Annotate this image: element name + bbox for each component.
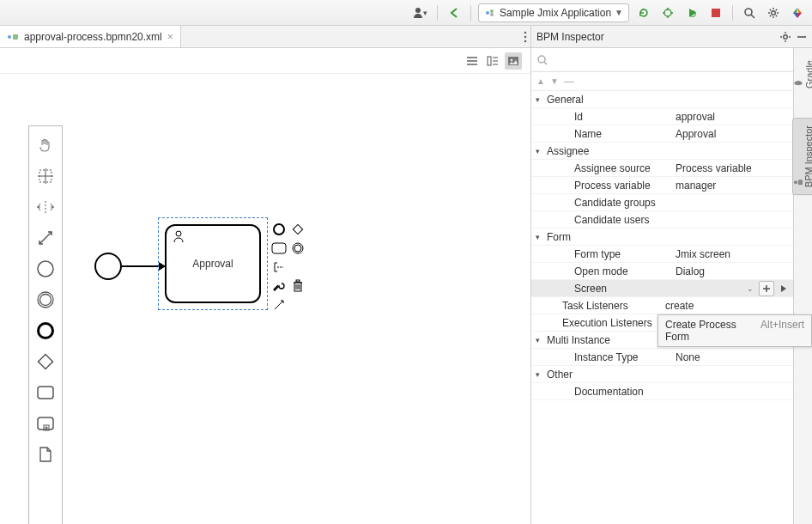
nav-remove-button[interactable]: — bbox=[564, 76, 574, 88]
svg-text:▾: ▾ bbox=[423, 9, 427, 17]
connect-tool-pad[interactable] bbox=[271, 297, 287, 313]
inspector-header: BPM Inspector bbox=[530, 26, 812, 47]
user-menu-button[interactable]: ▾ bbox=[411, 3, 430, 22]
ide-logo-button[interactable] bbox=[788, 3, 807, 22]
nav-down-button[interactable]: ▼ bbox=[550, 76, 559, 86]
svg-line-20 bbox=[776, 15, 777, 15]
svg-point-5 bbox=[664, 9, 671, 16]
settings-button[interactable] bbox=[764, 3, 783, 22]
screen-dropdown-chevron[interactable]: ⌄ bbox=[747, 284, 754, 293]
prop-assignee-source[interactable]: Assignee sourceProcess variable bbox=[531, 160, 793, 177]
view-split-button[interactable] bbox=[484, 52, 501, 70]
close-tab-button[interactable]: × bbox=[167, 31, 173, 43]
bpm-inspector-tool-button[interactable]: BPM Inspector bbox=[792, 118, 813, 195]
svg-point-14 bbox=[772, 10, 776, 15]
svg-line-19 bbox=[770, 9, 771, 9]
space-tool[interactable] bbox=[33, 194, 58, 220]
append-gateway[interactable] bbox=[290, 222, 306, 237]
prop-instance-type[interactable]: Instance TypeNone bbox=[531, 349, 793, 366]
view-diagram-button[interactable] bbox=[505, 52, 522, 70]
user-task-icon bbox=[172, 229, 185, 243]
nav-up-button[interactable]: ▲ bbox=[536, 76, 545, 86]
svg-point-25 bbox=[524, 31, 527, 34]
user-task-node[interactable]: Approval bbox=[165, 224, 261, 303]
svg-rect-37 bbox=[488, 57, 491, 65]
expand-icon: ▾ bbox=[531, 95, 543, 104]
separator bbox=[470, 5, 471, 21]
jmix-icon bbox=[484, 7, 496, 19]
bpmn-canvas[interactable]: Approval bbox=[0, 74, 530, 524]
file-tab[interactable]: approval-process.bpmn20.xml × bbox=[0, 26, 181, 47]
delete-tool[interactable] bbox=[290, 278, 306, 294]
prop-screen[interactable]: Screen ⌄ bbox=[531, 280, 793, 297]
annotation-tool[interactable] bbox=[271, 259, 287, 275]
inspector-search-input[interactable] bbox=[552, 54, 788, 66]
prop-id[interactable]: Idapproval bbox=[531, 108, 793, 125]
append-end-event[interactable] bbox=[271, 222, 287, 237]
subprocess-tool[interactable] bbox=[33, 411, 58, 436]
data-object-tool[interactable] bbox=[33, 442, 58, 467]
run-button[interactable] bbox=[682, 3, 701, 22]
svg-line-13 bbox=[751, 15, 754, 18]
task-label: Approval bbox=[192, 258, 233, 270]
prop-documentation[interactable]: Documentation bbox=[531, 383, 793, 400]
more-tabs-button[interactable] bbox=[524, 31, 527, 43]
search-everywhere-button[interactable] bbox=[740, 3, 759, 22]
group-other[interactable]: ▾Other bbox=[531, 366, 793, 383]
svg-point-42 bbox=[511, 58, 513, 61]
editor-area: Approval bbox=[0, 48, 530, 524]
task-tool[interactable] bbox=[33, 380, 58, 405]
lasso-tool[interactable] bbox=[33, 163, 58, 189]
gradle-tool-button[interactable]: Gradle bbox=[792, 53, 813, 95]
start-event-tool[interactable] bbox=[33, 256, 58, 282]
main-toolbar: ▾ Sample Jmix Application ▼ bbox=[0, 0, 812, 26]
append-task[interactable] bbox=[271, 241, 287, 256]
prop-candidate-groups[interactable]: Candidate groups bbox=[531, 194, 793, 211]
view-list-button[interactable] bbox=[464, 52, 481, 70]
gateway-tool[interactable] bbox=[33, 349, 58, 375]
svg-rect-59 bbox=[293, 224, 302, 234]
wrench-tool[interactable] bbox=[271, 278, 287, 294]
svg-point-49 bbox=[40, 295, 52, 306]
svg-point-26 bbox=[524, 35, 527, 38]
tooltip-create-process-form: Create Process Form Alt+Insert bbox=[657, 314, 812, 347]
group-assignee[interactable]: ▾Assignee bbox=[531, 143, 793, 160]
prop-name[interactable]: NameApproval bbox=[531, 125, 793, 143]
gradle-icon bbox=[792, 76, 804, 88]
property-list: ▾General Idapproval NameApproval ▾Assign… bbox=[531, 91, 793, 524]
stop-button[interactable] bbox=[706, 3, 725, 22]
run-configuration-dropdown[interactable]: Sample Jmix Application ▼ bbox=[478, 3, 629, 22]
debug-button[interactable] bbox=[658, 3, 677, 22]
back-button[interactable] bbox=[445, 3, 464, 22]
group-task-listeners[interactable]: Task Listenerscreate bbox=[531, 297, 793, 314]
goto-screen-button[interactable] bbox=[776, 281, 791, 296]
prop-open-mode[interactable]: Open modeDialog bbox=[531, 263, 793, 280]
group-general[interactable]: ▾General bbox=[531, 91, 793, 108]
add-screen-button[interactable] bbox=[759, 281, 774, 296]
append-intermediate-event[interactable] bbox=[290, 241, 306, 256]
end-event-tool[interactable] bbox=[33, 318, 58, 344]
prop-form-type[interactable]: Form typeJmix screen bbox=[531, 246, 793, 263]
element-palette bbox=[28, 125, 63, 524]
svg-point-74 bbox=[794, 180, 797, 184]
svg-rect-69 bbox=[296, 280, 300, 282]
tooltip-label: Create Process Form bbox=[665, 319, 754, 343]
run-config-label: Sample Jmix Application bbox=[500, 7, 611, 19]
expand-icon: ▾ bbox=[531, 147, 543, 155]
connect-tool[interactable] bbox=[33, 225, 58, 251]
right-tool-stripe: Gradle BPM Inspector bbox=[793, 48, 812, 524]
hand-tool[interactable] bbox=[33, 132, 58, 158]
intermediate-event-tool[interactable] bbox=[33, 287, 58, 313]
svg-rect-60 bbox=[272, 243, 286, 253]
inspector-minimize-button[interactable] bbox=[797, 32, 807, 42]
group-form[interactable]: ▾Form bbox=[531, 228, 793, 246]
prop-process-variable[interactable]: Process variablemanager bbox=[531, 177, 793, 194]
prop-candidate-users[interactable]: Candidate users bbox=[531, 211, 793, 228]
inspector-title: BPM Inspector bbox=[536, 31, 604, 43]
file-tab-label: approval-process.bpmn20.xml bbox=[24, 31, 162, 43]
inspector-settings-button[interactable] bbox=[779, 31, 791, 43]
reload-button[interactable] bbox=[634, 3, 653, 22]
context-pad bbox=[271, 222, 319, 313]
start-event-node[interactable] bbox=[94, 253, 122, 280]
expand-icon: ▾ bbox=[531, 336, 543, 344]
